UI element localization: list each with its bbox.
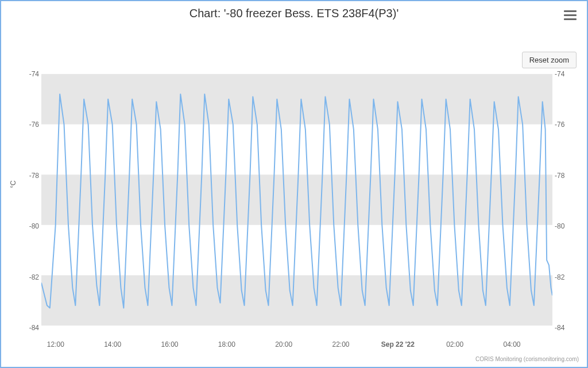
x-tick-label: 22:00 [332,340,349,348]
y-tick-label: -76 [555,121,564,129]
y-tick-label: -82 [29,273,39,281]
x-tick-label: 12:00 [47,340,64,348]
y-tick-label: -84 [29,324,39,332]
y-axis-label: °C [9,180,17,188]
x-tick-label: 18:00 [218,340,235,348]
y-tick-label: -80 [555,222,564,230]
x-tick-label: Sep 22 '22 [381,340,415,348]
svg-rect-0 [41,74,552,125]
chart-menu-icon[interactable] [564,10,577,21]
y-tick-label: -80 [29,222,39,230]
y-tick-label: -74 [29,70,39,78]
y-tick-label: -74 [555,70,564,78]
svg-rect-2 [41,275,552,326]
credits-link[interactable]: CORIS Monitoring (corismonitoring.com) [475,356,579,362]
y-tick-label: -78 [555,172,564,180]
reset-zoom-button[interactable]: Reset zoom [522,52,577,68]
x-tick-label: 14:00 [104,340,121,348]
x-tick-label: 16:00 [161,340,178,348]
x-tick-label: 20:00 [275,340,292,348]
x-tick-label: 04:00 [503,340,520,348]
chart-svg [41,61,552,338]
chart-plot-area[interactable] [41,61,552,338]
x-tick-label: 02:00 [446,340,463,348]
chart-frame: Chart: '-80 freezer Bess. ETS 238F4(P3)'… [0,0,588,368]
y-tick-label: -84 [555,324,564,332]
y-tick-label: -78 [29,172,39,180]
chart-title: Chart: '-80 freezer Bess. ETS 238F4(P3)' [1,7,587,20]
y-tick-label: -76 [29,121,39,129]
y-tick-label: -82 [555,273,564,281]
